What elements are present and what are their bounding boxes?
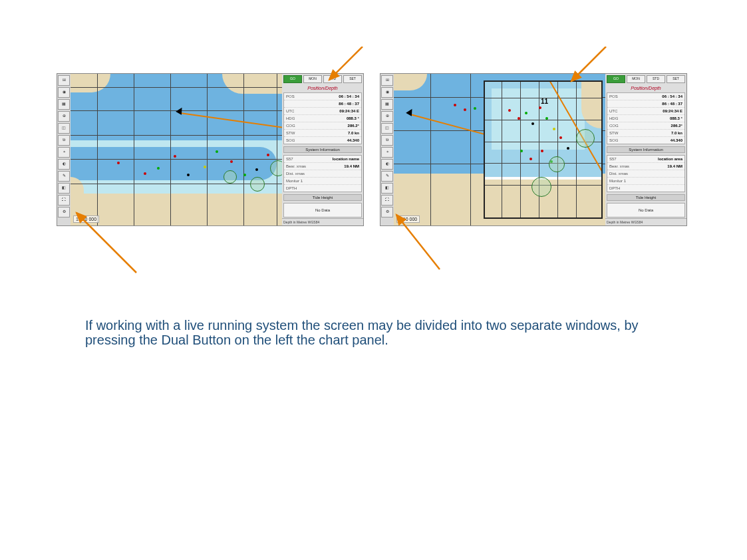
tide-section: No Data — [607, 203, 685, 217]
caption-text: If working with a live running system th… — [85, 318, 664, 347]
kv-value: 86 : 48 : 37 — [339, 100, 359, 107]
kv-value: 44.340 — [347, 137, 359, 144]
info-panel: GO MON STD SET Position/Depth POS06 : 54… — [605, 74, 686, 225]
toolbar-button[interactable]: ⚙ — [381, 207, 393, 217]
panel-button[interactable]: STD — [323, 75, 342, 83]
toolbar-button[interactable]: ▦ — [58, 99, 70, 110]
kv-value: 286.2° — [348, 122, 359, 129]
kv-value: 09:24:34 E — [663, 108, 682, 114]
kv-value: 286.2° — [671, 122, 682, 129]
toolbar-button[interactable]: ◫ — [381, 123, 393, 134]
toolbar-button[interactable]: ✎ — [58, 171, 70, 182]
toolbar-button[interactable]: ⊕ — [58, 111, 70, 122]
toolbar-button[interactable]: ⊕ — [381, 111, 393, 122]
figure-single-view: ⊞ ◉ ▦ ⊕ ◫ ⧉ ⌖ ◐ ✎ ◧ ⛶ ⚙ — [57, 73, 364, 226]
kv-value: 088.3 ° — [670, 115, 682, 122]
position-section: POS06 : 54 : 34 86 : 48 : 37 UTC09:24:34… — [283, 92, 362, 144]
toolbar-button[interactable]: ⊞ — [381, 75, 393, 86]
panel-button[interactable]: SET — [343, 75, 362, 83]
chart-application: ⊞ ◉ ▦ ⊕ ◫ ⧉ ⌖ ◐ ✎ ◧ ⛶ ⚙ — [57, 73, 364, 226]
kv-label: COG — [286, 122, 295, 129]
sysinfo-header: System Information — [607, 146, 685, 153]
kv-label: Bear. xmas — [609, 163, 629, 170]
toolbar-button[interactable]: ◐ — [381, 159, 393, 170]
kv-value: 7.0 kn — [671, 130, 682, 136]
kv-value: 86 : 48 : 37 — [662, 100, 682, 107]
kv-value: location area — [658, 156, 682, 162]
toolbar-button[interactable]: ✎ — [381, 171, 393, 182]
tide-section: No Data — [283, 203, 362, 217]
sysinfo-header: System Information — [283, 146, 362, 153]
secondary-chart-window[interactable]: 11 — [484, 80, 603, 219]
kv-label: Monitor 1 — [609, 178, 626, 184]
kv-label: POS — [609, 93, 618, 100]
go-button[interactable]: GO — [283, 75, 302, 83]
dual-button[interactable]: ◧ — [58, 183, 70, 194]
toolbar-button[interactable]: ⌖ — [381, 147, 393, 158]
kv-label: S57 — [609, 156, 617, 162]
kv-label: DPTH — [286, 185, 297, 192]
toolbar-button[interactable]: ◫ — [58, 123, 70, 134]
kv-value: 06 : 54 : 34 — [339, 93, 359, 100]
panel-button[interactable]: SET — [667, 75, 685, 83]
kv-label: DPTH — [609, 185, 620, 192]
toolbar-button[interactable]: ⛶ — [381, 195, 393, 206]
sysinfo-section: S57location name Bear. xmas19.4 NM Dist.… — [283, 155, 362, 192]
kv-value: 44.340 — [671, 137, 682, 144]
waypoint-number: 11 — [541, 98, 548, 105]
kv-label: Dist. xmas — [286, 170, 305, 177]
kv-value: 19.4 NM — [667, 163, 682, 170]
tide-header: Tide Height — [283, 194, 362, 201]
kv-label: STW — [286, 130, 295, 136]
toolbar-button[interactable]: ◐ — [58, 159, 70, 170]
toolbar-button[interactable]: ⧉ — [381, 135, 393, 146]
left-toolbar: ⊞ ◉ ▦ ⊕ ◫ ⧉ ⌖ ◐ ✎ ◧ ⛶ ⚙ — [57, 74, 71, 225]
kv-label: UTC — [286, 108, 294, 114]
panel-footer: Depth in Metres WGS84 — [282, 218, 363, 225]
kv-label: HDG — [286, 115, 295, 122]
sysinfo-section: S57location area Bear. xmas19.4 NM Dist.… — [607, 155, 685, 192]
toolbar-button[interactable]: ⌖ — [58, 147, 70, 158]
left-toolbar: ⊞ ◉ ▦ ⊕ ◫ ⧉ ⌖ ◐ ✎ ◧ ⛶ ⚙ — [380, 74, 394, 225]
info-panel: GO MON STD SET Position/Depth POS06 : 54… — [282, 74, 363, 225]
chart-map[interactable]: 11 1:60 000 — [394, 74, 605, 225]
chart-scale: 1:420 000 — [73, 215, 99, 223]
panel-button[interactable]: MON — [627, 75, 645, 83]
panel-button[interactable]: MON — [303, 75, 322, 83]
toolbar-button[interactable]: ⧉ — [58, 135, 70, 146]
kv-label: POS — [286, 93, 295, 100]
tide-header: Tide Height — [607, 194, 685, 201]
go-button[interactable]: GO — [607, 75, 625, 83]
chart-map[interactable]: 1:420 000 — [71, 74, 282, 225]
no-data-label: No Data — [639, 208, 653, 212]
kv-label: S57 — [286, 156, 293, 162]
toolbar-button[interactable]: ⛶ — [58, 195, 70, 206]
kv-label: SOG — [609, 137, 618, 144]
position-section: POS06 : 54 : 34 86 : 48 : 37 UTC09:24:34… — [607, 92, 685, 144]
dual-button[interactable]: ◧ — [381, 183, 393, 194]
panel-title: Position/Depth — [605, 84, 686, 92]
toolbar-button[interactable]: ◉ — [58, 87, 70, 98]
figure-dual-view: ⊞ ◉ ▦ ⊕ ◫ ⧉ ⌖ ◐ ✎ ◧ ⛶ ⚙ — [380, 73, 687, 226]
chart-scale: 1:60 000 — [396, 215, 420, 223]
kv-label: COG — [609, 122, 619, 129]
kv-value: 19.4 NM — [344, 163, 359, 170]
toolbar-button[interactable]: ⊞ — [58, 75, 70, 86]
kv-label: STW — [609, 130, 618, 136]
panel-footer: Depth in Metres WGS84 — [605, 218, 686, 225]
toolbar-button[interactable]: ⚙ — [58, 207, 70, 217]
kv-value: 06 : 54 : 34 — [662, 93, 682, 100]
kv-label: Monitor 1 — [286, 178, 303, 184]
kv-value: 7.0 kn — [348, 130, 359, 136]
kv-label: UTC — [609, 108, 617, 114]
panel-button[interactable]: STD — [647, 75, 665, 83]
kv-label: Dist. xmas — [609, 170, 628, 177]
kv-label: Bear. xmas — [286, 163, 306, 170]
kv-value: 09:24:34 E — [339, 108, 359, 114]
no-data-label: No Data — [315, 208, 330, 212]
kv-label: SOG — [286, 137, 295, 144]
kv-value: location name — [333, 156, 359, 162]
panel-title: Position/Depth — [282, 84, 363, 92]
toolbar-button[interactable]: ◉ — [381, 87, 393, 98]
toolbar-button[interactable]: ▦ — [381, 99, 393, 110]
